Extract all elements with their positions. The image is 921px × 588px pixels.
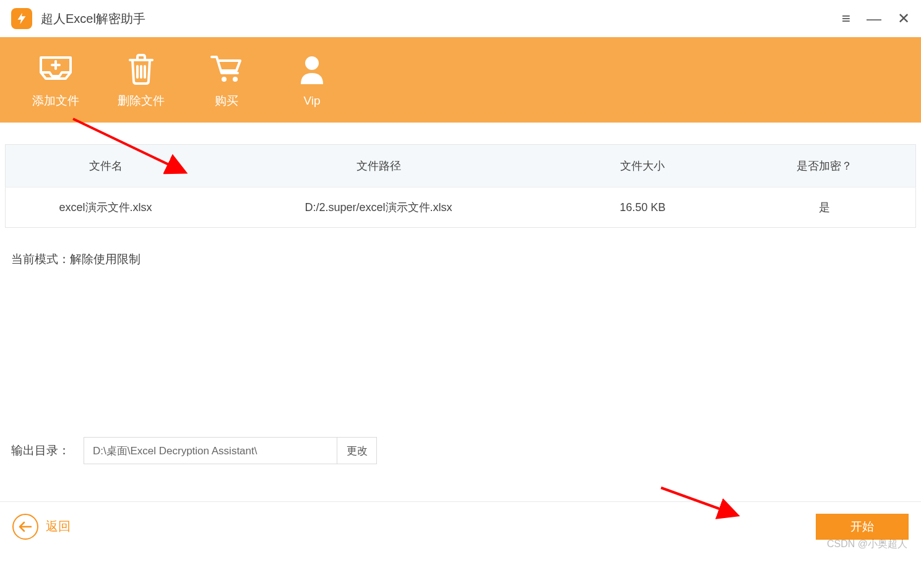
trash-icon [126,51,156,87]
back-button[interactable]: 返回 [12,514,71,540]
close-button[interactable]: ✕ [897,11,910,26]
change-output-button[interactable]: 更改 [337,437,377,464]
back-label: 返回 [46,518,71,535]
col-name: 文件名 [6,145,206,188]
delete-file-label: 删除文件 [118,93,165,109]
col-path: 文件路径 [205,145,551,188]
footer: 返回 开始 [0,501,921,551]
cart-icon [209,51,244,87]
add-file-button[interactable]: 添加文件 [31,51,80,109]
app-logo [11,8,32,29]
minimize-button[interactable]: — [867,11,881,26]
toolbar: 添加文件 删除文件 购买 [0,37,921,123]
output-path-input[interactable] [84,437,337,464]
titlebar: 超人Excel解密助手 ≡ — ✕ [0,0,921,37]
mode-value: 解除使用限制 [70,253,141,266]
user-icon [298,52,326,88]
svg-point-1 [233,77,238,82]
arrow-left-icon [12,514,38,540]
purchase-button[interactable]: 购买 [202,51,251,109]
add-file-label: 添加文件 [32,93,79,109]
col-encrypted: 是否加密？ [733,145,915,188]
vip-button[interactable]: Vip [287,52,337,108]
table-header-row: 文件名 文件路径 文件大小 是否加密？ [6,145,916,188]
table-row[interactable]: excel演示文件.xlsx D:/2.super/excel演示文件.xlsx… [6,188,916,228]
inbox-plus-icon [38,51,73,87]
mode-label: 当前模式： [11,253,70,266]
menu-icon[interactable]: ≡ [842,11,850,26]
cell-size: 16.50 KB [551,188,733,228]
lightning-icon [15,12,28,25]
file-table: 文件名 文件路径 文件大小 是否加密？ excel演示文件.xlsx D:/2.… [5,144,916,228]
cell-name: excel演示文件.xlsx [6,188,206,228]
purchase-label: 购买 [215,93,238,109]
svg-point-2 [305,56,319,70]
cell-encrypted: 是 [733,188,915,228]
col-size: 文件大小 [551,145,733,188]
current-mode: 当前模式：解除使用限制 [5,228,916,291]
vip-label: Vip [303,94,320,108]
output-directory-row: 输出目录： 更改 [11,437,377,464]
cell-path: D:/2.super/excel演示文件.xlsx [205,188,551,228]
delete-file-button[interactable]: 删除文件 [116,51,166,109]
app-title: 超人Excel解密助手 [41,11,145,27]
start-button[interactable]: 开始 [816,514,909,540]
content-area: 文件名 文件路径 文件大小 是否加密？ excel演示文件.xlsx D:/2.… [0,123,921,291]
svg-point-0 [222,77,227,82]
output-label: 输出目录： [11,443,70,459]
